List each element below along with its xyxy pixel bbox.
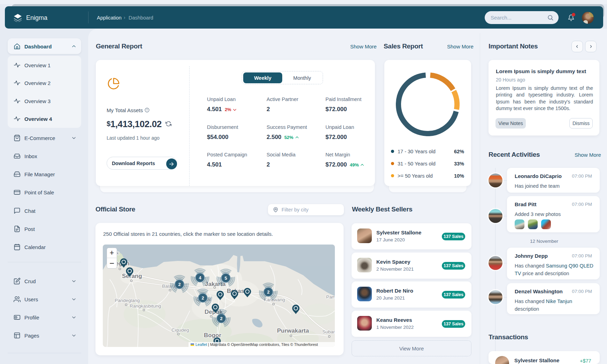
svg-text:2: 2 [220,316,222,321]
svg-text:4: 4 [199,275,201,280]
svg-text:Rangkasbitung: Rangkasbitung [130,303,161,309]
svg-text:Pama: Pama [326,294,335,300]
svg-text:Pandeglang: Pandeglang [115,298,140,303]
svg-text:2: 2 [201,295,204,301]
svg-text:k: k [117,250,119,256]
svg-text:2: 2 [178,282,180,287]
svg-text:Leaflet: Leaflet [195,342,207,347]
svg-text:2: 2 [267,289,269,295]
svg-text:Subang: Subang [322,329,335,334]
svg-text:| Map data © OpenStreetMap con: | Map data © OpenStreetMap contributors,… [208,342,318,347]
svg-text:Bogor: Bogor [204,332,221,339]
svg-text:Purwakarta: Purwakarta [277,327,309,334]
svg-text:5: 5 [224,276,227,281]
svg-text:Cigudeg: Cigudeg [171,327,189,333]
